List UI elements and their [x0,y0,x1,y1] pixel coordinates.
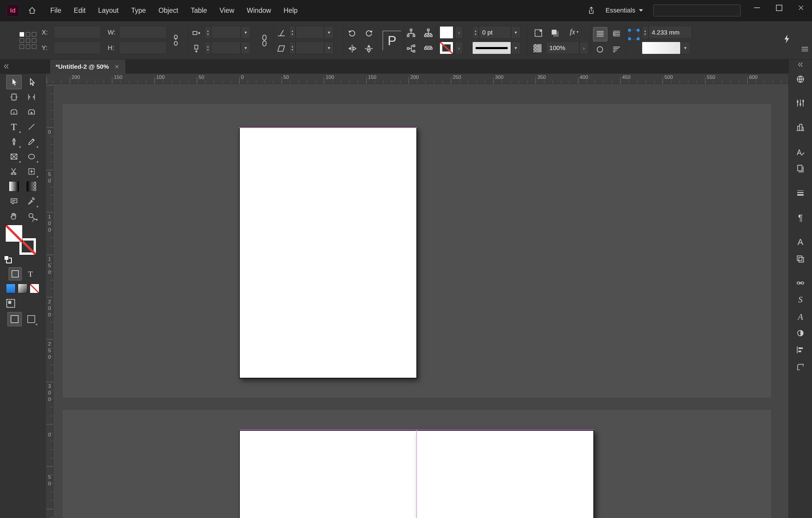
corner-options-button[interactable] [533,28,544,38]
direct-selection-tool[interactable] [24,75,39,89]
menu-window[interactable]: Window [241,0,278,21]
apply-color-button[interactable] [6,284,16,293]
align-panel-button[interactable] [794,343,807,356]
rotation-stepper[interactable]: ▴▾ [289,42,296,54]
menu-table[interactable]: Table [184,0,213,21]
live-corner-button[interactable] [628,29,639,40]
formatting-affects-container-button[interactable] [9,267,22,280]
gradient-swatch-tool[interactable] [6,180,22,193]
align-vertical-button[interactable] [423,43,434,54]
rotation-dropdown[interactable]: ▾ [324,42,334,54]
scissors-tool[interactable] [6,165,22,178]
selection-tool[interactable] [6,75,22,89]
opacity-field[interactable]: 100% [546,42,579,54]
menu-edit[interactable]: Edit [67,0,92,21]
stroke-weight-field[interactable]: 0 pt [479,26,511,39]
fill-swatch-expand[interactable]: › [455,26,463,39]
rotate-ccw-button[interactable] [347,28,357,38]
reference-point-locator[interactable] [20,32,36,49]
pen-tool[interactable] [6,135,22,148]
pencil-tool[interactable] [24,135,39,148]
document-tab[interactable]: *Untitled-2 @ 50% [50,59,126,74]
stroke-weight-dropdown[interactable]: ▾ [511,26,521,39]
width-field[interactable] [119,26,167,39]
home-button[interactable] [26,4,38,17]
effects-panel-button[interactable] [794,327,807,340]
align-horizontal-button[interactable] [406,43,416,54]
scale-y-dropdown[interactable]: ▾ [241,42,251,54]
applied-swatch-preview[interactable] [642,42,680,54]
wrap-shape-button[interactable] [593,43,607,56]
distribute-spacing-h-button[interactable] [406,28,416,38]
x-position-field[interactable] [54,26,101,39]
scale-x-dropdown[interactable]: ▾ [241,26,251,39]
horizontal-ruler[interactable]: 2001501005005010015020025030035040045050… [46,74,788,84]
formatting-affects-text-button[interactable]: T [24,268,37,280]
gradient-feather-button[interactable] [610,43,624,56]
scale-x-field[interactable] [211,26,241,39]
close-button[interactable] [790,0,812,16]
menu-file[interactable]: File [44,0,67,21]
default-fill-stroke-button[interactable] [4,256,12,264]
corner-options-panel-button[interactable] [794,360,807,374]
page-2[interactable] [239,430,417,518]
cc-libraries-panel-button[interactable] [794,121,807,134]
paragraph-panel-button[interactable]: ¶ [794,211,807,224]
constrain-wh-button[interactable] [171,34,181,47]
screen-mode-normal-button[interactable] [7,312,22,326]
menu-type[interactable]: Type [125,0,152,21]
stroke-color-swatch[interactable] [440,42,453,54]
menu-help[interactable]: Help [277,0,304,21]
rotate-cw-button[interactable] [364,28,374,38]
y-position-field[interactable] [54,42,101,54]
panel-menu-button[interactable] [799,43,811,55]
text-wrap-around-button[interactable] [610,27,624,41]
hand-tool[interactable] [6,209,22,223]
corner-size-stepper[interactable]: ▴▾ [642,26,648,39]
distribute-spacing-v-button[interactable] [423,28,434,38]
gradient-feather-tool[interactable] [24,180,39,193]
layers-panel-button[interactable] [794,252,807,266]
content-placer-tool[interactable] [24,105,39,119]
screen-mode-preview-button[interactable] [24,312,38,326]
scale-y-field[interactable] [211,42,241,54]
gap-tool[interactable] [24,90,39,104]
fill-proxy-swatch[interactable] [5,225,23,242]
stroke-swatch-expand[interactable]: › [455,42,463,54]
document-canvas[interactable] [53,84,788,518]
effects-menu-button[interactable]: fx▾ [566,28,582,36]
menu-view[interactable]: View [213,0,240,21]
shear-dropdown[interactable]: ▾ [324,26,334,39]
vertical-ruler[interactable]: 050100150200250300050 [46,84,53,518]
share-button[interactable] [585,4,598,17]
applied-swatch-dropdown[interactable]: ▾ [680,42,690,54]
pages-panel-button[interactable] [794,162,807,175]
swap-fill-stroke-button[interactable] [31,217,39,225]
collapse-panels-button[interactable] [796,60,805,69]
collapse-left-button[interactable] [2,62,11,71]
content-collector-tool[interactable] [6,105,22,119]
corner-size-field[interactable]: 4.233 mm [648,26,692,39]
quick-actions-button[interactable] [781,32,793,46]
page-3[interactable] [416,430,594,518]
stroke-weight-stepper[interactable]: ▴▾ [472,26,479,39]
page-tool[interactable] [6,90,22,104]
fill-color-swatch[interactable] [440,26,453,39]
stroke-style-preview[interactable] [472,42,511,54]
paragraph-styles-panel-button[interactable] [794,146,807,159]
constrain-scale-button[interactable] [259,33,269,48]
eyedropper-tool[interactable] [24,194,39,208]
scale-x-stepper[interactable]: ▴▾ [205,26,211,39]
opacity-expand[interactable]: › [579,42,588,54]
scale-y-stepper[interactable]: ▴▾ [205,42,211,54]
stroke-panel-button[interactable] [794,186,807,199]
adjustments-panel-button[interactable] [794,97,807,110]
rectangle-frame-tool[interactable] [6,150,22,163]
apply-none-button[interactable] [30,284,39,293]
view-options-button[interactable] [5,297,17,310]
page-1[interactable] [239,128,417,378]
note-tool[interactable] [6,194,22,208]
free-transform-tool[interactable] [24,165,39,178]
ellipse-tool[interactable] [24,150,39,163]
workspace-switcher[interactable]: Essentials [606,6,643,14]
